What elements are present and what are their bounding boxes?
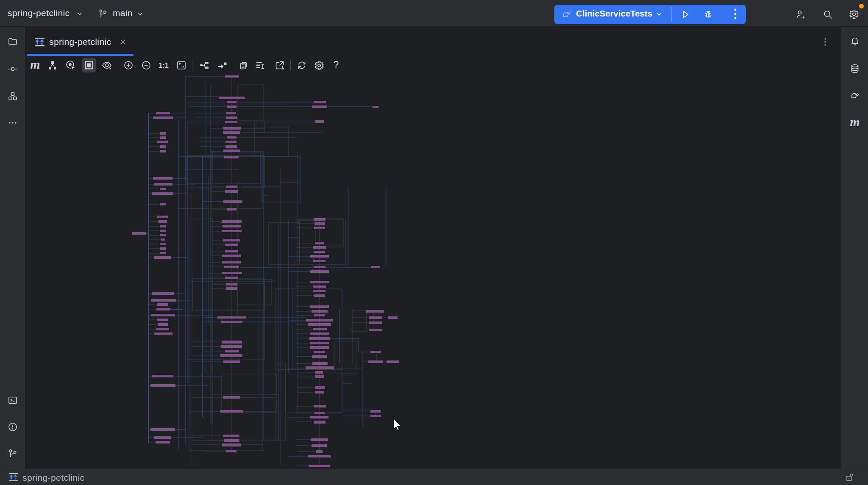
svg-text:?: ?	[334, 60, 339, 70]
svg-text:m: m	[30, 60, 40, 70]
svg-text:1:1: 1:1	[159, 62, 168, 69]
svg-text:m: m	[850, 117, 860, 127]
